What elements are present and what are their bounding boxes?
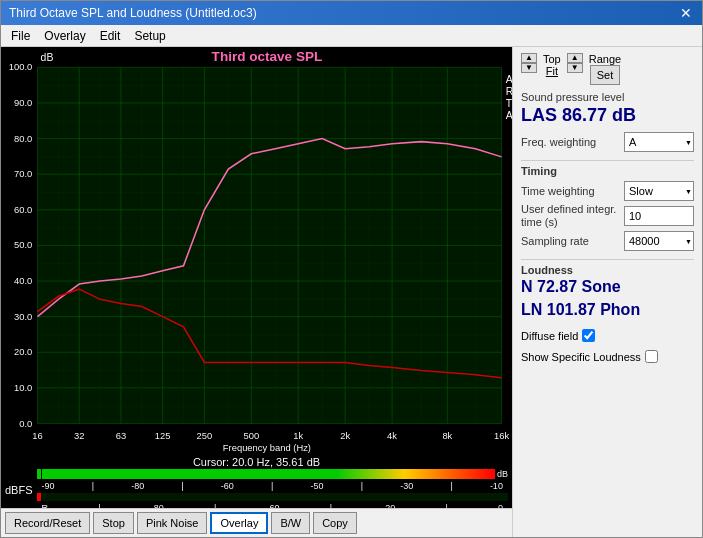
svg-text:250: 250 [197, 431, 213, 441]
sampling-rate-label: Sampling rate [521, 235, 624, 247]
menu-setup[interactable]: Setup [128, 27, 171, 45]
svg-text:0.0: 0.0 [19, 419, 32, 429]
svg-text:T: T [506, 98, 512, 109]
diffuse-field-checkbox[interactable] [582, 329, 595, 342]
chart-container: 100.0 90.0 80.0 70.0 60.0 50.0 40.0 30.0… [1, 47, 512, 454]
range-up-button[interactable]: ▲ [567, 53, 583, 63]
svg-text:8k: 8k [442, 431, 452, 441]
svg-text:16: 16 [32, 431, 42, 441]
side-panel: ▲ ▼ Top Fit ▲ ▼ Range Set Sound press [512, 47, 702, 537]
range-spin-group: ▲ ▼ [567, 53, 583, 73]
svg-text:80.0: 80.0 [14, 134, 32, 144]
loudness-section: Loudness N 72.87 Sone LN 101.87 Phon [521, 259, 694, 321]
svg-text:90.0: 90.0 [14, 98, 32, 108]
timing-label: Timing [521, 165, 694, 177]
window-title: Third Octave SPL and Loudness (Untitled.… [9, 6, 257, 20]
time-weighting-label: Time weighting [521, 185, 624, 197]
show-specific-loudness-row: Show Specific Loudness [521, 350, 694, 363]
svg-text:4k: 4k [387, 431, 397, 441]
show-specific-loudness-checkbox[interactable] [645, 350, 658, 363]
record-reset-button[interactable]: Record/Reset [5, 512, 90, 534]
top-spin-group: ▲ ▼ [521, 53, 537, 73]
svg-text:A: A [506, 74, 512, 85]
bottom-bar: dBFS dB -90|-80|-60|-50|-30|-10 [1, 472, 512, 508]
freq-weighting-row: Freq. weighting A B C Z [521, 132, 694, 152]
loudness-label: Loudness [521, 264, 694, 276]
main-content: 100.0 90.0 80.0 70.0 60.0 50.0 40.0 30.0… [1, 47, 702, 537]
set-button[interactable]: Set [590, 65, 621, 85]
svg-text:10.0: 10.0 [14, 383, 32, 393]
top-label: Top [543, 53, 561, 65]
copy-button[interactable]: Copy [313, 512, 357, 534]
dbfs-label: dBFS [5, 484, 33, 496]
user-integr-row: User defined integr. time (s) [521, 203, 694, 229]
time-weighting-dropdown[interactable]: Slow Fast Impulse User [624, 181, 694, 201]
chart-svg: 100.0 90.0 80.0 70.0 60.0 50.0 40.0 30.0… [1, 47, 512, 454]
svg-text:Third octave SPL: Third octave SPL [212, 49, 323, 64]
action-buttons: Record/Reset Stop Pink Noise Overlay B/W… [1, 508, 512, 537]
svg-text:40.0: 40.0 [14, 276, 32, 286]
range-down-button[interactable]: ▼ [567, 63, 583, 73]
show-specific-loudness-label: Show Specific Loudness [521, 351, 641, 363]
freq-weighting-dropdown[interactable]: A B C Z [624, 132, 694, 152]
svg-text:32: 32 [74, 431, 84, 441]
title-bar: Third Octave SPL and Loudness (Untitled.… [1, 1, 702, 25]
stop-button[interactable]: Stop [93, 512, 134, 534]
svg-text:1k: 1k [293, 431, 303, 441]
sampling-rate-row: Sampling rate 44100 48000 96000 [521, 231, 694, 251]
svg-text:A: A [506, 110, 512, 121]
fit-label[interactable]: Fit [546, 65, 558, 77]
spl-section-label: Sound pressure level [521, 91, 694, 103]
svg-text:16k: 16k [494, 431, 509, 441]
overlay-button[interactable]: Overlay [210, 512, 268, 534]
freq-weighting-dropdown-wrapper: A B C Z [624, 132, 694, 152]
user-integr-label: User defined integr. time (s) [521, 203, 624, 229]
top-label-group: Top Fit [543, 53, 561, 77]
main-window: Third Octave SPL and Loudness (Untitled.… [0, 0, 703, 538]
top-down-button[interactable]: ▼ [521, 63, 537, 73]
top-up-button[interactable]: ▲ [521, 53, 537, 63]
svg-text:Frequency band (Hz): Frequency band (Hz) [223, 443, 311, 453]
svg-text:50.0: 50.0 [14, 241, 32, 251]
spl-value: LAS 86.77 dB [521, 105, 694, 126]
loudness-ln: LN 101.87 Phon [521, 299, 694, 321]
sampling-rate-dropdown-wrapper: 44100 48000 96000 [624, 231, 694, 251]
range-label-group: Range Set [589, 53, 621, 85]
svg-text:125: 125 [155, 431, 171, 441]
menu-edit[interactable]: Edit [94, 27, 127, 45]
svg-text:20.0: 20.0 [14, 347, 32, 357]
sampling-rate-dropdown[interactable]: 44100 48000 96000 [624, 231, 694, 251]
menu-overlay[interactable]: Overlay [38, 27, 91, 45]
close-button[interactable]: ✕ [678, 5, 694, 21]
freq-weighting-label: Freq. weighting [521, 136, 624, 148]
user-integr-input[interactable] [624, 206, 694, 226]
loudness-n: N 72.87 Sone [521, 276, 694, 298]
menu-file[interactable]: File [5, 27, 36, 45]
diffuse-field-row: Diffuse field [521, 329, 694, 342]
time-weighting-row: Time weighting Slow Fast Impulse User [521, 181, 694, 201]
timing-section: Timing Time weighting Slow Fast Impulse … [521, 160, 694, 253]
top-controls: ▲ ▼ Top Fit ▲ ▼ Range Set [521, 53, 694, 85]
spl-section: Sound pressure level LAS 86.77 dB [521, 91, 694, 126]
svg-text:70.0: 70.0 [14, 169, 32, 179]
diffuse-field-label: Diffuse field [521, 330, 578, 342]
svg-text:2k: 2k [340, 431, 350, 441]
svg-text:500: 500 [243, 431, 259, 441]
svg-text:63: 63 [116, 431, 126, 441]
pink-noise-button[interactable]: Pink Noise [137, 512, 208, 534]
bw-button[interactable]: B/W [271, 512, 310, 534]
menu-bar: File Overlay Edit Setup [1, 25, 702, 47]
time-weighting-dropdown-wrapper: Slow Fast Impulse User [624, 181, 694, 201]
svg-text:60.0: 60.0 [14, 205, 32, 215]
range-label: Range [589, 53, 621, 65]
svg-text:R: R [506, 86, 512, 97]
chart-area: 100.0 90.0 80.0 70.0 60.0 50.0 40.0 30.0… [1, 47, 512, 537]
svg-text:dB: dB [41, 52, 54, 63]
svg-text:30.0: 30.0 [14, 312, 32, 322]
svg-text:100.0: 100.0 [9, 63, 32, 73]
